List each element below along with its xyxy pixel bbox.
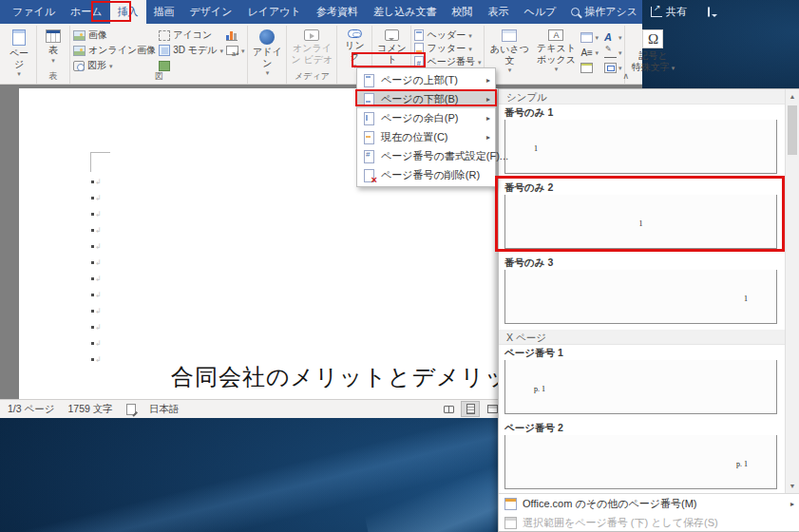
tab-insert[interactable]: 挿入 <box>110 0 146 24</box>
tab-review[interactable]: 校閲 <box>444 0 480 24</box>
pictures-label: 画像 <box>88 28 107 42</box>
tab-view[interactable]: 表示 <box>480 0 516 24</box>
dropdown-arrow-icon: ▾ <box>241 48 245 54</box>
read-mode-button[interactable] <box>439 401 458 417</box>
online-picture-icon <box>73 46 86 56</box>
footer-button[interactable]: フッター ▾ <box>414 42 481 55</box>
dropdown-arrow-icon: ▾ <box>266 69 270 76</box>
comment-button[interactable]: コメント <box>375 28 408 73</box>
status-char-count[interactable]: 1759 文字 <box>68 403 113 416</box>
gallery-item-plain-number-1[interactable]: 番号のみ 1 1 <box>499 104 785 180</box>
gallery-scroll-area: シンプル 番号のみ 1 1 番号のみ 2 1 番号のみ 3 1 X ページ <box>499 89 785 493</box>
dropdown-arrow-icon: ▾ <box>219 48 223 54</box>
pages-label: ページ <box>5 48 33 69</box>
gallery-item-page-number-1[interactable]: ページ番号 1 p. 1 <box>499 345 785 420</box>
symbols-button[interactable]: Ω 記号と 特殊文字 ▾ <box>628 28 677 73</box>
scroll-down-icon[interactable]: ▼ <box>786 479 799 493</box>
3d-models-button[interactable]: 3D モデル ▾ <box>159 43 223 58</box>
scrollbar-thumb[interactable] <box>788 105 797 155</box>
share-button[interactable]: 共有 <box>651 5 687 19</box>
chart-button[interactable] <box>226 28 245 43</box>
group-illustrations: 画像 オンライン画像 図形 ▾ アイコン <box>70 26 248 84</box>
addins-button[interactable]: アドイン ▾ <box>251 28 283 73</box>
tab-layout[interactable]: レイアウト <box>240 0 309 24</box>
tab-references[interactable]: 参考資料 <box>309 0 366 24</box>
table-grid-icon <box>46 29 61 43</box>
tab-home[interactable]: ホーム <box>63 0 110 24</box>
tell-me-search[interactable]: 操作アシス <box>571 5 637 19</box>
picture-icon <box>73 30 86 41</box>
collapse-ribbon-icon[interactable]: ∧ <box>622 71 629 81</box>
paragraph-marks <box>91 174 102 368</box>
group-media: オンライン ビデオ メディア <box>287 26 337 84</box>
footer-item-label: Office.com のその他のページ番号(M) <box>523 497 696 511</box>
text-box-button[interactable]: A テキスト ボックス ▾ <box>534 28 578 73</box>
date-time-button[interactable] <box>580 63 599 73</box>
dropcap-button[interactable]: A≡▾ <box>580 48 599 58</box>
links-button[interactable]: リンク ▾ <box>340 28 369 73</box>
tab-draw[interactable]: 描画 <box>146 0 182 24</box>
tab-design[interactable]: デザイン <box>182 0 240 24</box>
group-addins: アドイン ▾ <box>248 26 287 84</box>
menu-item-current-position[interactable]: 現在の位置(C) ▸ <box>357 127 495 146</box>
gallery-scrollbar[interactable]: ▲ ▼ <box>785 89 799 493</box>
menu-item-top-of-page[interactable]: ページの上部(T) ▸ <box>357 70 495 89</box>
save-selection-as-page-number[interactable]: 選択範囲をページ番号 (下) として保存(S) <box>499 513 799 532</box>
submenu-arrow-icon: ▸ <box>486 95 490 104</box>
online-video-label: オンライン ビデオ <box>290 43 333 65</box>
footer-label: フッター <box>427 42 466 55</box>
date-time-icon <box>580 63 593 73</box>
save-selection-icon <box>504 517 517 529</box>
status-page-count[interactable]: 1/3 ページ <box>8 403 55 416</box>
icons-button[interactable]: アイコン <box>159 28 223 43</box>
preview-page-number: 1 <box>534 144 538 153</box>
print-layout-button[interactable] <box>461 401 480 417</box>
online-video-button[interactable]: オンライン ビデオ <box>290 28 333 73</box>
gallery-item-plain-number-3[interactable]: 番号のみ 3 1 <box>499 255 785 330</box>
pictures-button[interactable]: 画像 <box>73 28 156 43</box>
tab-mailings[interactable]: 差し込み文書 <box>366 0 445 24</box>
tab-file[interactable]: ファイル <box>5 0 63 24</box>
proofing-icon[interactable] <box>126 404 136 415</box>
menu-item-remove-page-numbers[interactable]: ページ番号の削除(R) <box>357 165 495 184</box>
quick-parts-button[interactable]: ▾ <box>580 32 599 43</box>
more-page-numbers-office-com[interactable]: Office.com のその他のページ番号(M) ▸ <box>499 494 799 513</box>
scroll-up-icon[interactable]: ▲ <box>786 89 799 104</box>
search-icon <box>571 8 580 16</box>
ribbon-display-options-icon[interactable] <box>708 7 710 17</box>
gallery-item-label: 番号のみ 2 <box>504 181 777 195</box>
screenshot-button[interactable]: ▾ <box>226 43 245 58</box>
menu-item-label: ページ番号の書式設定(F)... <box>381 149 508 163</box>
pages-button[interactable]: ページ ▾ <box>5 28 33 73</box>
tab-help[interactable]: ヘルプ <box>516 0 563 24</box>
text-boundary-mark <box>90 152 91 172</box>
share-label: 共有 <box>666 5 687 19</box>
wordart-button[interactable]: A▾ <box>604 32 622 43</box>
greeting-button[interactable]: あいさつ文 ▾ <box>487 28 531 73</box>
paragraph-mark <box>91 174 102 190</box>
menu-item-format-page-numbers[interactable]: ページ番号の書式設定(F)... <box>357 146 495 165</box>
paragraph-mark <box>91 335 102 352</box>
header-label: ヘッダー <box>427 28 466 42</box>
header-button[interactable]: ヘッダー ▾ <box>414 28 481 42</box>
paragraph-mark <box>91 319 102 335</box>
share-icon <box>651 7 662 17</box>
table-button[interactable]: 表 ▾ <box>40 28 67 73</box>
online-pictures-button[interactable]: オンライン画像 <box>73 43 156 58</box>
menu-item-page-margins[interactable]: ページの余白(P) ▸ <box>357 108 495 127</box>
links-label: リンク <box>340 40 369 62</box>
gallery-item-page-number-2[interactable]: ページ番号 2 p. 1 <box>499 420 785 493</box>
menu-item-bottom-of-page[interactable]: ページの下部(B) ▸ <box>357 89 495 108</box>
page-number-button[interactable]: ページ番号 ▾ <box>414 55 481 68</box>
gallery-section-xpage: X ページ <box>499 330 785 345</box>
signature-line-button[interactable]: ▾ <box>604 48 622 58</box>
object-button[interactable]: ▾ <box>604 63 622 73</box>
table-label: 表 <box>48 45 58 56</box>
format-page-numbers-icon <box>362 149 375 163</box>
preview-page-number: 1 <box>505 219 776 228</box>
signature-line-icon <box>604 48 617 58</box>
page-number-gallery: シンプル 番号のみ 1 1 番号のみ 2 1 番号のみ 3 1 X ページ <box>498 88 799 532</box>
status-language[interactable]: 日本語 <box>149 403 180 416</box>
web-layout-icon <box>487 405 498 413</box>
gallery-item-plain-number-2[interactable]: 番号のみ 2 1 <box>499 180 785 255</box>
